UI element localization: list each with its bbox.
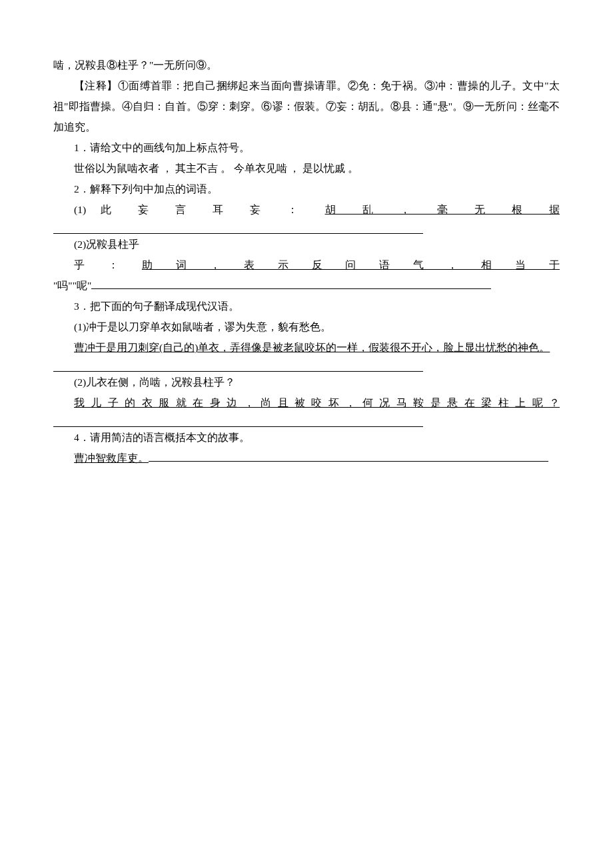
annotations: 【注释】①面缚首罪：把自己捆绑起来当面向曹操请罪。②免：免于祸。③冲：曹操的儿子… (53, 75, 560, 137)
passage-continuation: 啮，况鞍县⑧柱乎？"一无所问⑨。 (53, 55, 560, 75)
question-2-item-2-answer: 助 词 ， 表 示 反 问 语 气 ， 相 当 于 (142, 259, 560, 270)
question-3-item-2-answer: 我 儿 子 的 衣 服 就 在 身 边 ， 尚 且 被 咬 坏 ， 何 况 马 … (74, 397, 560, 408)
question-4-answer: 曹冲智救库吏。 (74, 452, 149, 464)
question-1-answer: 世俗以为鼠啮衣者 ， 其主不吉 。 今单衣见啮 ， 是以忧戚 。 (53, 158, 560, 179)
question-2-item-2-label: 乎 ： (74, 259, 142, 270)
question-4-answer-line: 曹冲智救库吏。 (53, 448, 560, 468)
question-2-item-2-blank-line (91, 288, 491, 289)
question-2-item-2-line: 乎 ： 助 词 ， 表 示 反 问 语 气 ， 相 当 于 (53, 254, 560, 275)
question-4-blank-line (149, 461, 548, 462)
question-3-item-1-answer: 曹冲于是用刀刺穿(自己的)单衣，弄得像是被老鼠咬坏的一样，假装很不开心，脸上显出… (74, 342, 550, 353)
question-3-item-2-blank-line (53, 413, 423, 427)
question-3-item-2-answer-line: 我 儿 子 的 衣 服 就 在 身 边 ， 尚 且 被 咬 坏 ， 何 况 马 … (53, 392, 560, 413)
question-4-prompt: 4．请用简洁的语言概括本文的故事。 (53, 427, 560, 448)
question-2-item-1-answer: 胡 乱 ， 毫 无 根 据 (325, 204, 560, 215)
question-3-item-2-question: (2)儿衣在侧，尚啮，况鞍县柱乎？ (53, 372, 560, 392)
question-2-prompt: 2．解释下列句中加点的词语。 (53, 179, 560, 199)
question-3-item-1-answer-line: 曹冲于是用刀刺穿(自己的)单衣，弄得像是被老鼠咬坏的一样，假装很不开心，脸上显出… (53, 337, 560, 358)
question-1-prompt: 1．请给文中的画线句加上标点符号。 (53, 137, 560, 158)
question-2-item-2-tail-row: "吗""呢" (53, 275, 560, 296)
question-2-item-2-tail: "吗""呢" (53, 280, 91, 291)
question-2-item-2-prefix: (2)况鞍县柱乎 (53, 234, 560, 254)
question-2-item-1: (1) 此 妄 言 耳 妄 ： 胡 乱 ， 毫 无 根 据 (53, 199, 560, 220)
question-3-item-1-blank-line (53, 358, 423, 372)
question-2-item-1-blank-line (53, 220, 423, 234)
question-2-item-1-prefix: (1) 此 妄 言 耳 妄 ： (74, 204, 325, 215)
question-3-item-1-question: (1)冲于是以刀穿单衣如鼠啮者，谬为失意，貌有愁色。 (53, 316, 560, 337)
question-3-prompt: 3．把下面的句子翻译成现代汉语。 (53, 296, 560, 316)
